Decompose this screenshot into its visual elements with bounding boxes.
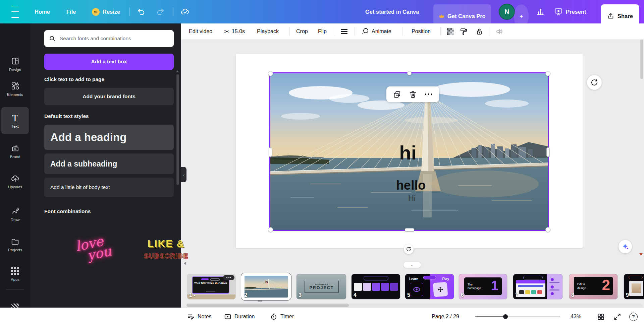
delete-button[interactable] xyxy=(407,89,419,100)
resize-handle-top-right[interactable] xyxy=(545,71,550,76)
font-combo-like-subscribe[interactable]: LIKE & SUBSCRIBE xyxy=(134,238,198,260)
panel-collapse-handle[interactable]: ‹ xyxy=(181,167,186,182)
resize-handle-bottom-left[interactable] xyxy=(268,227,273,232)
eye-icon xyxy=(413,285,421,294)
filmstrip-scrollbar[interactable] xyxy=(186,304,643,307)
animate-button[interactable]: Animate xyxy=(361,23,391,40)
add-body-text-tile[interactable]: Add a little bit of body text xyxy=(44,178,174,197)
panel-scrollbar-thumb[interactable] xyxy=(176,74,179,185)
expand-icon xyxy=(613,313,621,321)
cloud-sync-button[interactable] xyxy=(180,0,190,23)
hamburger-menu-button[interactable] xyxy=(9,0,21,23)
sidebar-item-draw[interactable]: Draw xyxy=(1,202,29,226)
canvas-text-hi[interactable]: hi xyxy=(399,141,417,164)
timer-icon xyxy=(270,313,277,320)
cloud-check-icon xyxy=(180,7,190,16)
page-thumbnail-6[interactable]: The homepage 1 6 xyxy=(459,274,507,299)
duration-button[interactable]: Duration xyxy=(224,308,255,325)
fullscreen-button[interactable] xyxy=(613,308,621,325)
zoom-slider-knob[interactable] xyxy=(503,314,508,319)
zoom-level[interactable]: 43% xyxy=(571,308,581,325)
share-button[interactable]: Share xyxy=(601,4,639,28)
page-thumbnail-9[interactable]: 9 xyxy=(624,274,644,299)
sidebar-item-brand[interactable]: co. Brand xyxy=(1,139,29,164)
resize-menu-item[interactable]: Resize xyxy=(92,0,120,23)
grid-view-button[interactable] xyxy=(597,308,605,325)
crop-button[interactable]: Crop xyxy=(296,23,308,40)
page-thumbnail-1[interactable]: Your first week in Canva 1 - xyxy=(187,274,235,299)
add-brand-fonts-button[interactable]: Add your brand fonts xyxy=(44,88,174,105)
scroll-left-arrow[interactable] xyxy=(184,262,186,265)
page-indicator[interactable]: Page 2 / 29 xyxy=(432,308,459,325)
position-button[interactable]: Position xyxy=(412,23,431,40)
help-button[interactable]: ? xyxy=(629,308,638,325)
page-thumbnail-2-current[interactable]: hi 2 xyxy=(242,274,290,299)
sidebar-item-elements[interactable]: Elements xyxy=(1,76,29,101)
font-search-input[interactable] xyxy=(59,35,169,42)
page-thumbnail-4[interactable]: 4 xyxy=(352,274,400,299)
panel-scroll-up-arrow[interactable] xyxy=(176,70,179,72)
page-thumbnail-8[interactable]: Edit a design 2 8 xyxy=(569,274,618,299)
add-heading-tile[interactable]: Add a heading xyxy=(44,125,174,150)
timer-button[interactable]: Timer xyxy=(270,308,294,325)
chevron-left-icon: ‹ xyxy=(183,172,185,178)
page-rotate-button[interactable] xyxy=(404,244,414,254)
brand-icon: co. xyxy=(11,144,20,153)
scroll-down-pill[interactable]: ⌄ xyxy=(404,262,421,268)
adjust-button[interactable] xyxy=(341,23,347,40)
add-subheading-tile[interactable]: Add a subheading xyxy=(44,153,174,174)
page-thumbnail-5[interactable]: Learn Play 5 xyxy=(405,274,454,299)
notes-button[interactable]: Notes xyxy=(187,308,212,325)
resize-handle-bottom[interactable] xyxy=(405,228,414,232)
resize-handle-top-left[interactable] xyxy=(268,71,273,76)
canvas-text-hi-small[interactable]: Hi xyxy=(408,194,416,203)
font-search[interactable] xyxy=(44,30,174,47)
get-started-link[interactable]: Get started in Canva xyxy=(365,0,419,23)
volume-button[interactable] xyxy=(495,23,504,40)
resize-handle-top[interactable] xyxy=(407,71,412,75)
get-canva-pro-button[interactable]: Get Canva Pro xyxy=(433,4,491,28)
sidebar-item-apps[interactable]: Apps xyxy=(1,261,29,286)
bar-chart-icon xyxy=(536,7,545,16)
file-menu-item[interactable]: File xyxy=(66,0,76,23)
sidebar-item-projects[interactable]: Projects xyxy=(1,232,29,257)
resize-handle-bottom-right[interactable] xyxy=(545,227,550,232)
history-refresh-button[interactable] xyxy=(587,75,602,90)
search-icon xyxy=(49,35,56,42)
page-thumbnail-7[interactable]: 7 xyxy=(513,274,562,299)
sidebar-item-text[interactable]: T Text xyxy=(1,107,29,134)
animate-icon xyxy=(361,27,369,36)
magic-assistant-button[interactable] xyxy=(619,240,632,253)
vertical-scrollbar-thumb[interactable] xyxy=(640,36,643,79)
header: Home File Resize Get started in Canva Ge… xyxy=(0,0,644,23)
more-options-button[interactable] xyxy=(423,89,434,100)
sidebar-item-uploads[interactable]: Uploads xyxy=(1,169,29,194)
page-thumbnail-3[interactable]: BUSINESS PROJECT 3 xyxy=(297,274,346,299)
font-combo-love-you[interactable]: love you xyxy=(59,232,122,267)
sidebar-item-design[interactable]: Design xyxy=(1,52,29,76)
thumbnail-menu-button[interactable] xyxy=(223,275,234,280)
rotate-icon xyxy=(406,246,412,252)
add-member-button[interactable]: + xyxy=(514,4,529,28)
zoom-slider[interactable] xyxy=(475,316,560,317)
insights-button[interactable] xyxy=(536,0,545,23)
filmstrip-scrollbar-thumb[interactable] xyxy=(186,304,349,307)
duplicate-button[interactable] xyxy=(391,89,403,100)
present-button[interactable]: Present xyxy=(554,0,586,23)
hamburger-icon xyxy=(11,6,19,6)
playback-button[interactable]: Playback xyxy=(257,23,279,40)
resize-handle-right[interactable] xyxy=(546,147,550,157)
redo-button[interactable] xyxy=(156,0,165,23)
edit-video-button[interactable]: Edit video xyxy=(189,23,212,40)
add-text-box-button[interactable]: Add a text box xyxy=(44,54,174,70)
canvas-text-hello[interactable]: hello xyxy=(396,178,426,193)
undo-button[interactable] xyxy=(137,0,146,23)
trim-button[interactable]: ✂ 15.0s xyxy=(224,23,245,40)
svg-text:hi: hi xyxy=(265,280,268,284)
account-avatar[interactable]: N xyxy=(499,4,515,19)
home-menu-item[interactable]: Home xyxy=(35,0,50,23)
vertical-scroll-down-arrow[interactable] xyxy=(639,253,643,256)
zoom-slider-fill xyxy=(475,316,505,317)
flip-button[interactable]: Flip xyxy=(318,23,327,40)
resize-handle-left[interactable] xyxy=(269,147,272,157)
